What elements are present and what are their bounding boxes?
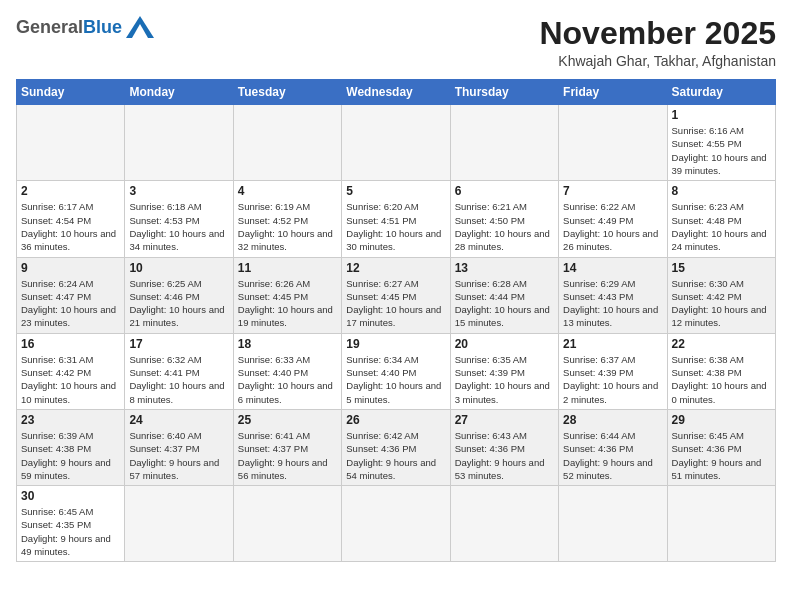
table-row (342, 105, 450, 181)
header-friday: Friday (559, 80, 667, 105)
table-row: 7Sunrise: 6:22 AM Sunset: 4:49 PM Daylig… (559, 181, 667, 257)
calendar-row: 23Sunrise: 6:39 AM Sunset: 4:38 PM Dayli… (17, 409, 776, 485)
calendar-row: 1Sunrise: 6:16 AM Sunset: 4:55 PM Daylig… (17, 105, 776, 181)
table-row (559, 105, 667, 181)
table-row: 30Sunrise: 6:45 AM Sunset: 4:35 PM Dayli… (17, 486, 125, 562)
header-thursday: Thursday (450, 80, 558, 105)
table-row (125, 105, 233, 181)
day-info: Sunrise: 6:25 AM Sunset: 4:46 PM Dayligh… (129, 277, 228, 330)
table-row: 24Sunrise: 6:40 AM Sunset: 4:37 PM Dayli… (125, 409, 233, 485)
table-row: 8Sunrise: 6:23 AM Sunset: 4:48 PM Daylig… (667, 181, 775, 257)
day-info: Sunrise: 6:17 AM Sunset: 4:54 PM Dayligh… (21, 200, 120, 253)
day-number: 12 (346, 261, 445, 275)
day-info: Sunrise: 6:31 AM Sunset: 4:42 PM Dayligh… (21, 353, 120, 406)
day-number: 7 (563, 184, 662, 198)
day-number: 9 (21, 261, 120, 275)
table-row: 28Sunrise: 6:44 AM Sunset: 4:36 PM Dayli… (559, 409, 667, 485)
day-number: 23 (21, 413, 120, 427)
day-number: 18 (238, 337, 337, 351)
table-row: 14Sunrise: 6:29 AM Sunset: 4:43 PM Dayli… (559, 257, 667, 333)
day-info: Sunrise: 6:19 AM Sunset: 4:52 PM Dayligh… (238, 200, 337, 253)
table-row (233, 486, 341, 562)
table-row: 13Sunrise: 6:28 AM Sunset: 4:44 PM Dayli… (450, 257, 558, 333)
day-info: Sunrise: 6:41 AM Sunset: 4:37 PM Dayligh… (238, 429, 337, 482)
day-info: Sunrise: 6:30 AM Sunset: 4:42 PM Dayligh… (672, 277, 771, 330)
day-number: 28 (563, 413, 662, 427)
day-info: Sunrise: 6:22 AM Sunset: 4:49 PM Dayligh… (563, 200, 662, 253)
calendar-row: 16Sunrise: 6:31 AM Sunset: 4:42 PM Dayli… (17, 333, 776, 409)
table-row: 16Sunrise: 6:31 AM Sunset: 4:42 PM Dayli… (17, 333, 125, 409)
logo-blue: Blue (83, 17, 122, 38)
table-row (450, 486, 558, 562)
calendar-row: 30Sunrise: 6:45 AM Sunset: 4:35 PM Dayli… (17, 486, 776, 562)
table-row (17, 105, 125, 181)
day-number: 16 (21, 337, 120, 351)
day-number: 25 (238, 413, 337, 427)
table-row: 18Sunrise: 6:33 AM Sunset: 4:40 PM Dayli… (233, 333, 341, 409)
logo-icon (126, 16, 154, 38)
day-info: Sunrise: 6:23 AM Sunset: 4:48 PM Dayligh… (672, 200, 771, 253)
day-number: 5 (346, 184, 445, 198)
day-info: Sunrise: 6:20 AM Sunset: 4:51 PM Dayligh… (346, 200, 445, 253)
day-info: Sunrise: 6:34 AM Sunset: 4:40 PM Dayligh… (346, 353, 445, 406)
weekday-header-row: Sunday Monday Tuesday Wednesday Thursday… (17, 80, 776, 105)
header-saturday: Saturday (667, 80, 775, 105)
table-row: 9Sunrise: 6:24 AM Sunset: 4:47 PM Daylig… (17, 257, 125, 333)
table-row: 11Sunrise: 6:26 AM Sunset: 4:45 PM Dayli… (233, 257, 341, 333)
logo: GeneralBlue (16, 16, 154, 38)
day-number: 3 (129, 184, 228, 198)
month-title: November 2025 (539, 16, 776, 51)
day-info: Sunrise: 6:26 AM Sunset: 4:45 PM Dayligh… (238, 277, 337, 330)
header-area: GeneralBlue November 2025 Khwajah Ghar, … (16, 16, 776, 69)
day-info: Sunrise: 6:32 AM Sunset: 4:41 PM Dayligh… (129, 353, 228, 406)
day-number: 14 (563, 261, 662, 275)
table-row: 17Sunrise: 6:32 AM Sunset: 4:41 PM Dayli… (125, 333, 233, 409)
table-row: 15Sunrise: 6:30 AM Sunset: 4:42 PM Dayli… (667, 257, 775, 333)
location-subtitle: Khwajah Ghar, Takhar, Afghanistan (539, 53, 776, 69)
table-row: 27Sunrise: 6:43 AM Sunset: 4:36 PM Dayli… (450, 409, 558, 485)
table-row (342, 486, 450, 562)
day-number: 21 (563, 337, 662, 351)
table-row: 21Sunrise: 6:37 AM Sunset: 4:39 PM Dayli… (559, 333, 667, 409)
day-number: 13 (455, 261, 554, 275)
page: GeneralBlue November 2025 Khwajah Ghar, … (0, 0, 792, 612)
table-row (450, 105, 558, 181)
day-number: 8 (672, 184, 771, 198)
table-row: 26Sunrise: 6:42 AM Sunset: 4:36 PM Dayli… (342, 409, 450, 485)
table-row: 23Sunrise: 6:39 AM Sunset: 4:38 PM Dayli… (17, 409, 125, 485)
logo-general: General (16, 17, 83, 38)
header-wednesday: Wednesday (342, 80, 450, 105)
day-number: 27 (455, 413, 554, 427)
calendar: Sunday Monday Tuesday Wednesday Thursday… (16, 79, 776, 562)
day-info: Sunrise: 6:33 AM Sunset: 4:40 PM Dayligh… (238, 353, 337, 406)
day-number: 6 (455, 184, 554, 198)
calendar-row: 9Sunrise: 6:24 AM Sunset: 4:47 PM Daylig… (17, 257, 776, 333)
table-row: 2Sunrise: 6:17 AM Sunset: 4:54 PM Daylig… (17, 181, 125, 257)
day-info: Sunrise: 6:42 AM Sunset: 4:36 PM Dayligh… (346, 429, 445, 482)
table-row: 25Sunrise: 6:41 AM Sunset: 4:37 PM Dayli… (233, 409, 341, 485)
day-info: Sunrise: 6:27 AM Sunset: 4:45 PM Dayligh… (346, 277, 445, 330)
header-tuesday: Tuesday (233, 80, 341, 105)
table-row: 10Sunrise: 6:25 AM Sunset: 4:46 PM Dayli… (125, 257, 233, 333)
day-number: 22 (672, 337, 771, 351)
day-info: Sunrise: 6:29 AM Sunset: 4:43 PM Dayligh… (563, 277, 662, 330)
table-row: 5Sunrise: 6:20 AM Sunset: 4:51 PM Daylig… (342, 181, 450, 257)
day-info: Sunrise: 6:35 AM Sunset: 4:39 PM Dayligh… (455, 353, 554, 406)
title-area: November 2025 Khwajah Ghar, Takhar, Afgh… (539, 16, 776, 69)
table-row (667, 486, 775, 562)
day-info: Sunrise: 6:24 AM Sunset: 4:47 PM Dayligh… (21, 277, 120, 330)
day-info: Sunrise: 6:45 AM Sunset: 4:35 PM Dayligh… (21, 505, 120, 558)
table-row: 6Sunrise: 6:21 AM Sunset: 4:50 PM Daylig… (450, 181, 558, 257)
day-number: 1 (672, 108, 771, 122)
table-row: 22Sunrise: 6:38 AM Sunset: 4:38 PM Dayli… (667, 333, 775, 409)
table-row: 4Sunrise: 6:19 AM Sunset: 4:52 PM Daylig… (233, 181, 341, 257)
day-number: 20 (455, 337, 554, 351)
day-info: Sunrise: 6:38 AM Sunset: 4:38 PM Dayligh… (672, 353, 771, 406)
day-number: 10 (129, 261, 228, 275)
day-info: Sunrise: 6:18 AM Sunset: 4:53 PM Dayligh… (129, 200, 228, 253)
day-info: Sunrise: 6:44 AM Sunset: 4:36 PM Dayligh… (563, 429, 662, 482)
day-number: 30 (21, 489, 120, 503)
day-info: Sunrise: 6:39 AM Sunset: 4:38 PM Dayligh… (21, 429, 120, 482)
table-row: 12Sunrise: 6:27 AM Sunset: 4:45 PM Dayli… (342, 257, 450, 333)
calendar-row: 2Sunrise: 6:17 AM Sunset: 4:54 PM Daylig… (17, 181, 776, 257)
